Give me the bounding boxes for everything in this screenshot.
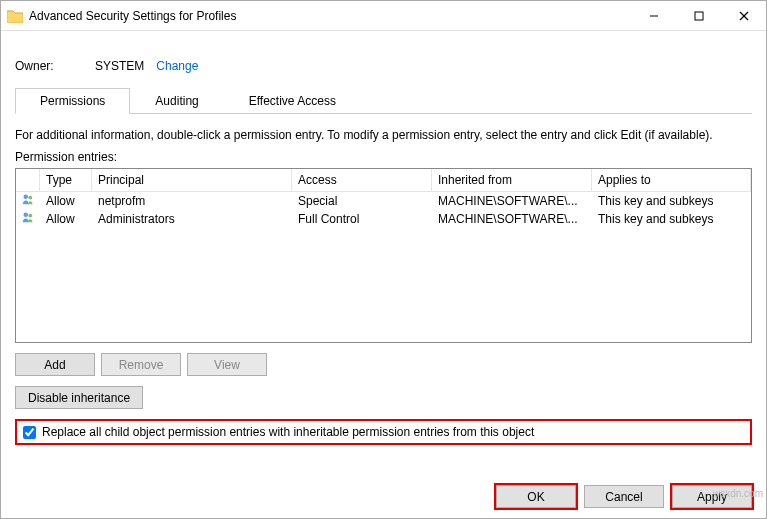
permission-entries-list[interactable]: Type Principal Access Inherited from App… bbox=[15, 168, 752, 343]
tab-strip: Permissions Auditing Effective Access bbox=[15, 87, 752, 114]
people-icon bbox=[16, 210, 40, 228]
list-body: AllownetprofmSpecialMACHINE\SOFTWARE\...… bbox=[16, 192, 751, 342]
svg-point-6 bbox=[24, 213, 29, 218]
col-access[interactable]: Access bbox=[292, 169, 432, 191]
col-principal[interactable]: Principal bbox=[92, 169, 292, 191]
owner-value: SYSTEM bbox=[95, 59, 144, 73]
table-row[interactable]: AllowAdministratorsFull ControlMACHINE\S… bbox=[16, 210, 751, 228]
entry-buttons: Add Remove View bbox=[15, 353, 752, 376]
view-button: View bbox=[187, 353, 267, 376]
content-area: Owner: SYSTEM Change Permissions Auditin… bbox=[1, 31, 766, 475]
tab-permissions[interactable]: Permissions bbox=[15, 88, 130, 114]
people-icon bbox=[16, 192, 40, 210]
list-header: Type Principal Access Inherited from App… bbox=[16, 169, 751, 192]
replace-children-checkbox[interactable] bbox=[23, 426, 36, 439]
owner-row: Owner: SYSTEM Change bbox=[15, 41, 752, 87]
owner-label: Owner: bbox=[15, 59, 95, 73]
disable-inheritance-button[interactable]: Disable inheritance bbox=[15, 386, 143, 409]
titlebar: Advanced Security Settings for Profiles bbox=[1, 1, 766, 31]
col-inherited[interactable]: Inherited from bbox=[432, 169, 592, 191]
entries-label: Permission entries: bbox=[15, 150, 752, 168]
window-frame: Advanced Security Settings for Profiles … bbox=[0, 0, 767, 519]
add-button[interactable]: Add bbox=[15, 353, 95, 376]
close-button[interactable] bbox=[721, 1, 766, 30]
svg-point-5 bbox=[28, 196, 32, 200]
folder-icon bbox=[7, 9, 23, 23]
svg-point-4 bbox=[24, 195, 29, 200]
svg-point-7 bbox=[28, 214, 32, 218]
instructions-text: For additional information, double-click… bbox=[15, 114, 752, 150]
ok-button[interactable]: OK bbox=[496, 485, 576, 508]
row-principal: Administrators bbox=[92, 211, 292, 227]
col-applies[interactable]: Applies to bbox=[592, 169, 751, 191]
replace-children-label: Replace all child object permission entr… bbox=[42, 425, 534, 439]
window-title: Advanced Security Settings for Profiles bbox=[29, 9, 631, 23]
apply-button[interactable]: Apply bbox=[672, 485, 752, 508]
row-type: Allow bbox=[40, 193, 92, 209]
maximize-button[interactable] bbox=[676, 1, 721, 30]
replace-children-checkbox-row[interactable]: Replace all child object permission entr… bbox=[15, 419, 752, 445]
table-row[interactable]: AllownetprofmSpecialMACHINE\SOFTWARE\...… bbox=[16, 192, 751, 210]
col-icon bbox=[16, 169, 40, 191]
row-access: Special bbox=[292, 193, 432, 209]
minimize-button[interactable] bbox=[631, 1, 676, 30]
change-owner-link[interactable]: Change bbox=[156, 59, 198, 73]
dialog-footer: OK Cancel Apply bbox=[1, 475, 766, 518]
row-type: Allow bbox=[40, 211, 92, 227]
row-access: Full Control bbox=[292, 211, 432, 227]
row-applies: This key and subkeys bbox=[592, 193, 751, 209]
row-inherited: MACHINE\SOFTWARE\... bbox=[432, 211, 592, 227]
row-applies: This key and subkeys bbox=[592, 211, 751, 227]
remove-button: Remove bbox=[101, 353, 181, 376]
tab-effective-access[interactable]: Effective Access bbox=[224, 88, 361, 114]
row-inherited: MACHINE\SOFTWARE\... bbox=[432, 193, 592, 209]
cancel-button[interactable]: Cancel bbox=[584, 485, 664, 508]
tab-auditing[interactable]: Auditing bbox=[130, 88, 223, 114]
row-principal: netprofm bbox=[92, 193, 292, 209]
inheritance-row: Disable inheritance bbox=[15, 386, 752, 409]
col-type[interactable]: Type bbox=[40, 169, 92, 191]
svg-rect-1 bbox=[695, 12, 703, 20]
